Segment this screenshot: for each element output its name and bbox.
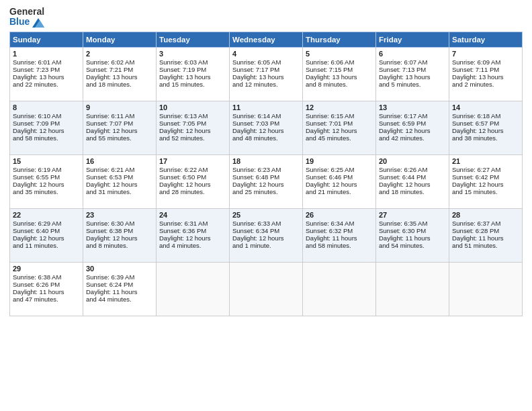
day-info-line: and 25 minutes.: [232, 188, 300, 195]
day-info-line: Sunrise: 6:17 AM: [379, 112, 446, 120]
day-info-line: Sunset: 6:32 PM: [306, 227, 373, 234]
calendar-cell: 29Sunrise: 6:38 AMSunset: 6:26 PMDayligh…: [10, 262, 83, 316]
calendar-cell: 12Sunrise: 6:15 AMSunset: 7:01 PMDayligh…: [303, 101, 376, 154]
day-info-line: and 8 minutes.: [306, 81, 373, 88]
day-number: 13: [379, 103, 446, 111]
day-info-line: Sunrise: 6:37 AM: [452, 220, 519, 227]
day-number: 29: [13, 265, 80, 273]
day-info-line: Daylight: 12 hours: [13, 181, 80, 188]
day-info-line: and 47 minutes.: [13, 295, 80, 303]
day-info-line: Daylight: 12 hours: [379, 181, 446, 188]
col-header-thursday: Thursday: [303, 32, 376, 47]
col-header-wednesday: Wednesday: [230, 32, 303, 47]
calendar-cell: 2Sunrise: 6:02 AMSunset: 7:21 PMDaylight…: [83, 47, 157, 101]
day-info-line: Sunset: 6:42 PM: [452, 173, 519, 181]
day-info-line: Sunset: 7:23 PM: [13, 66, 80, 73]
calendar-cell: 22Sunrise: 6:29 AMSunset: 6:40 PMDayligh…: [10, 208, 83, 262]
day-info-line: Sunrise: 6:01 AM: [13, 58, 80, 66]
calendar-cell: 23Sunrise: 6:30 AMSunset: 6:38 PMDayligh…: [83, 208, 157, 262]
day-info-line: Daylight: 13 hours: [232, 73, 300, 81]
day-number: 5: [306, 50, 373, 58]
day-info-line: and 15 minutes.: [159, 81, 226, 88]
day-number: 16: [86, 157, 153, 165]
day-info-line: and 35 minutes.: [13, 188, 80, 195]
day-number: 7: [452, 50, 519, 58]
calendar-cell: 5Sunrise: 6:06 AMSunset: 7:15 PMDaylight…: [303, 47, 376, 101]
day-info-line: Sunset: 6:34 PM: [232, 227, 300, 234]
day-number: 9: [86, 103, 153, 111]
day-number: 4: [232, 50, 300, 58]
calendar-table: SundayMondayTuesdayWednesdayThursdayFrid…: [9, 32, 523, 316]
day-info-line: and 44 minutes.: [86, 295, 153, 303]
day-info-line: Sunset: 7:07 PM: [86, 120, 153, 127]
day-info-line: Sunset: 6:24 PM: [86, 281, 153, 288]
day-info-line: and 51 minutes.: [452, 242, 519, 249]
day-info-line: Daylight: 12 hours: [159, 181, 226, 188]
calendar-cell: 17Sunrise: 6:22 AMSunset: 6:50 PMDayligh…: [157, 154, 230, 208]
day-number: 11: [232, 103, 300, 111]
logo: General Blue: [9, 7, 44, 28]
day-info-line: Sunrise: 6:10 AM: [13, 112, 80, 120]
day-number: 30: [86, 265, 153, 273]
day-info-line: Daylight: 11 hours: [13, 288, 80, 295]
calendar-header-row: SundayMondayTuesdayWednesdayThursdayFrid…: [10, 32, 523, 47]
day-info-line: Sunset: 6:28 PM: [452, 227, 519, 234]
day-info-line: Sunset: 6:30 PM: [379, 227, 446, 234]
day-info-line: Sunrise: 6:23 AM: [232, 166, 300, 173]
calendar-cell: 1Sunrise: 6:01 AMSunset: 7:23 PMDaylight…: [10, 47, 83, 101]
day-number: 8: [13, 103, 80, 111]
day-info-line: and 2 minutes.: [452, 81, 519, 88]
day-info-line: Sunrise: 6:11 AM: [86, 112, 153, 120]
day-number: 1: [13, 50, 80, 58]
day-number: 14: [452, 103, 519, 111]
day-info-line: Sunset: 6:48 PM: [232, 173, 300, 181]
day-info-line: Sunrise: 6:03 AM: [159, 58, 226, 66]
day-number: 20: [379, 157, 446, 165]
col-header-saturday: Saturday: [449, 32, 523, 47]
day-info-line: Daylight: 13 hours: [306, 73, 373, 81]
calendar-cell: [303, 262, 376, 316]
day-info-line: Sunrise: 6:06 AM: [306, 58, 373, 66]
day-info-line: and 28 minutes.: [159, 188, 226, 195]
day-info-line: Sunrise: 6:19 AM: [13, 166, 80, 173]
day-info-line: and 18 minutes.: [379, 188, 446, 195]
day-info-line: and 38 minutes.: [452, 134, 519, 142]
day-info-line: Sunset: 6:46 PM: [306, 173, 373, 181]
day-info-line: Daylight: 12 hours: [232, 127, 300, 134]
day-info-line: Sunrise: 6:25 AM: [306, 166, 373, 173]
day-info-line: Sunset: 7:03 PM: [232, 120, 300, 127]
logo-mark: General Blue: [9, 7, 44, 28]
calendar-cell: 27Sunrise: 6:35 AMSunset: 6:30 PMDayligh…: [376, 208, 449, 262]
day-info-line: Sunset: 7:05 PM: [159, 120, 226, 127]
day-info-line: Sunrise: 6:13 AM: [159, 112, 226, 120]
day-info-line: Sunrise: 6:15 AM: [306, 112, 373, 120]
calendar-cell: 11Sunrise: 6:14 AMSunset: 7:03 PMDayligh…: [230, 101, 303, 154]
day-info-line: Sunrise: 6:07 AM: [379, 58, 446, 66]
day-info-line: Sunrise: 6:38 AM: [13, 273, 80, 281]
calendar-week-3: 15Sunrise: 6:19 AMSunset: 6:55 PMDayligh…: [10, 154, 523, 208]
day-info-line: Daylight: 12 hours: [232, 234, 300, 242]
day-info-line: Sunrise: 6:22 AM: [159, 166, 226, 173]
col-header-sunday: Sunday: [10, 32, 83, 47]
calendar-cell: 4Sunrise: 6:05 AMSunset: 7:17 PMDaylight…: [230, 47, 303, 101]
calendar-cell: [230, 262, 303, 316]
day-info-line: Sunset: 7:15 PM: [306, 66, 373, 73]
day-info-line: Sunset: 7:13 PM: [379, 66, 446, 73]
calendar-cell: 14Sunrise: 6:18 AMSunset: 6:57 PMDayligh…: [449, 101, 523, 154]
day-info-line: Daylight: 12 hours: [452, 127, 519, 134]
day-info-line: and 42 minutes.: [379, 134, 446, 142]
calendar-cell: 10Sunrise: 6:13 AMSunset: 7:05 PMDayligh…: [157, 101, 230, 154]
calendar-cell: 26Sunrise: 6:34 AMSunset: 6:32 PMDayligh…: [303, 208, 376, 262]
calendar-cell: [449, 262, 523, 316]
day-info-line: Sunset: 7:21 PM: [86, 66, 153, 73]
day-info-line: Daylight: 12 hours: [159, 234, 226, 242]
day-info-line: Sunset: 6:40 PM: [13, 227, 80, 234]
day-number: 2: [86, 50, 153, 58]
col-header-friday: Friday: [376, 32, 449, 47]
day-info-line: and 55 minutes.: [86, 134, 153, 142]
day-number: 18: [232, 157, 300, 165]
calendar-cell: [157, 262, 230, 316]
day-info-line: Daylight: 11 hours: [306, 234, 373, 242]
calendar-week-2: 8Sunrise: 6:10 AMSunset: 7:09 PMDaylight…: [10, 101, 523, 154]
day-info-line: Sunset: 7:09 PM: [13, 120, 80, 127]
